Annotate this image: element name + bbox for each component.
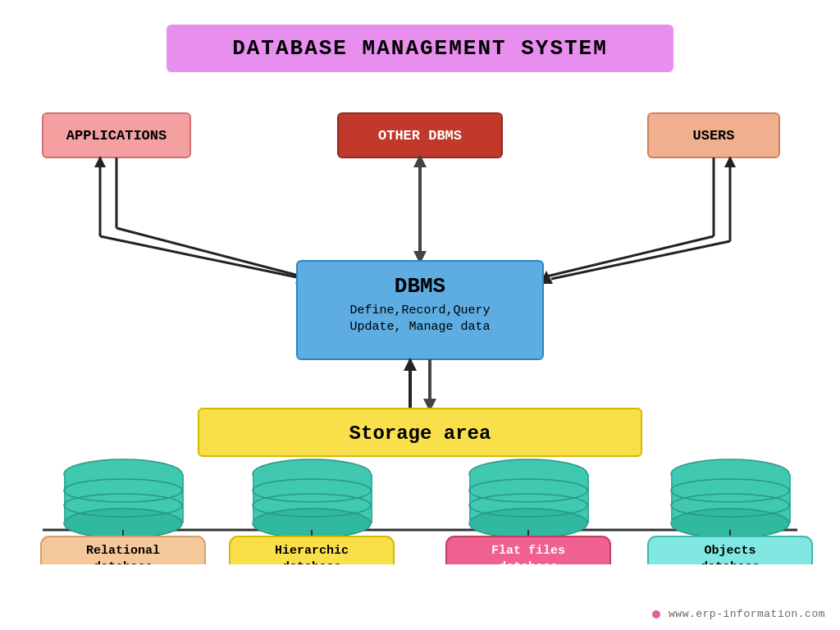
watermark: www.erp-information.com [652, 608, 825, 620]
svg-line-7 [100, 236, 297, 277]
dot-pink-icon [652, 610, 660, 619]
svg-text:database: database [701, 560, 760, 564]
svg-rect-29 [182, 474, 184, 523]
svg-rect-51 [587, 474, 589, 523]
title-text: DATABASE MANAGEMENT SYSTEM [232, 36, 608, 61]
svg-rect-62 [789, 474, 791, 523]
svg-line-4 [116, 228, 305, 277]
svg-text:database: database [499, 560, 558, 564]
svg-rect-39 [253, 474, 254, 523]
svg-text:Hierarchic: Hierarchic [275, 544, 349, 558]
other-dbms-label: OTHER DBMS [378, 128, 462, 144]
svg-text:database: database [94, 560, 153, 564]
svg-rect-28 [64, 474, 66, 523]
diagram-container: DATABASE MANAGEMENT SYSTEM APPLICATIONS … [0, 0, 840, 630]
svg-rect-61 [671, 474, 673, 523]
applications-label: APPLICATIONS [66, 128, 167, 144]
users-label: USERS [692, 128, 734, 144]
main-diagram: APPLICATIONS OTHER DBMS USERS [26, 89, 814, 564]
svg-text:database: database [282, 560, 341, 564]
svg-rect-50 [469, 474, 471, 523]
dbms-sub1: Define,Record,Query [349, 304, 490, 317]
svg-rect-40 [371, 474, 372, 523]
storage-label: Storage area [349, 422, 491, 445]
svg-text:Objects: Objects [704, 544, 756, 558]
svg-line-13 [543, 236, 714, 277]
svg-line-16 [551, 241, 730, 279]
title-box: DATABASE MANAGEMENT SYSTEM [167, 25, 673, 72]
watermark-text: www.erp-information.com [669, 608, 825, 620]
svg-text:Flat files: Flat files [491, 544, 565, 558]
dbms-title: DBMS [395, 274, 445, 299]
dbms-sub2: Update, Manage data [349, 320, 490, 334]
svg-text:Relational: Relational [86, 544, 160, 558]
